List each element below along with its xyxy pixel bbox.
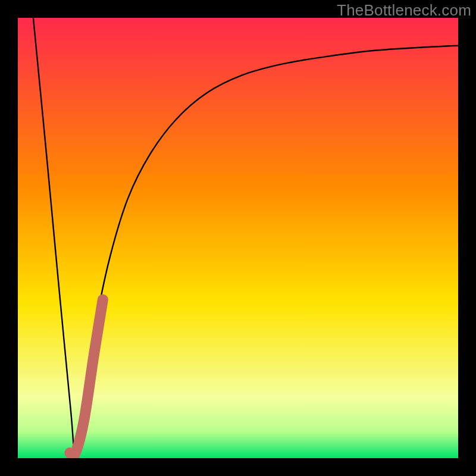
watermark-text: TheBottleneck.com (337, 1, 471, 20)
bottleneck-chart (0, 0, 476, 476)
chart-frame: { "watermark": "TheBottleneck.com", "col… (0, 0, 476, 476)
